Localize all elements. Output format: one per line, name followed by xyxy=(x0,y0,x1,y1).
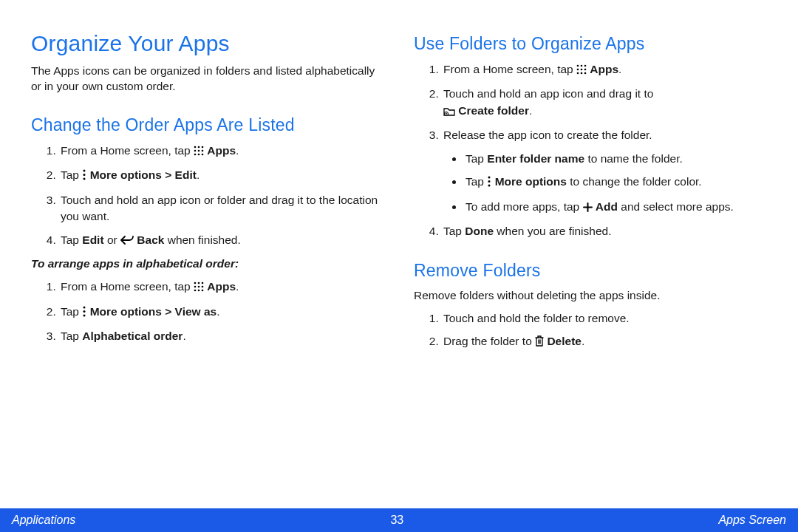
svg-point-7 xyxy=(198,154,200,156)
bold-text: Enter folder name xyxy=(487,152,584,165)
svg-point-21 xyxy=(83,306,86,308)
plus-icon xyxy=(583,200,593,216)
left-column: Organize Your Apps The Apps icons can be… xyxy=(31,31,384,502)
list-item: From a Home screen, tap Apps. xyxy=(442,61,767,79)
text: Tap xyxy=(61,305,82,318)
text: when finished. xyxy=(164,233,240,246)
svg-point-8 xyxy=(202,154,204,156)
svg-point-14 xyxy=(202,282,204,284)
page-title: Organize Your Apps xyxy=(31,31,384,56)
period: . xyxy=(236,280,239,293)
period: . xyxy=(582,335,584,347)
svg-point-36 xyxy=(488,185,491,187)
period: . xyxy=(529,104,532,117)
bold-text: More options > View as xyxy=(90,305,217,318)
text: Tap xyxy=(61,233,82,246)
svg-point-19 xyxy=(198,290,200,292)
use-folders-steps: From a Home screen, tap Apps. Touch and … xyxy=(414,61,767,240)
svg-point-4 xyxy=(198,150,200,152)
text: Release the app icon to create the folde… xyxy=(443,129,652,141)
svg-point-27 xyxy=(577,69,579,71)
text: Touch and hold an app icon and drag it t… xyxy=(443,87,653,100)
section-use-folders: Use Folders to Organize Apps xyxy=(414,34,767,54)
list-item: Tap More options > Edit. xyxy=(59,167,384,185)
text: Tap xyxy=(61,330,82,342)
svg-point-9 xyxy=(83,170,86,172)
svg-point-34 xyxy=(488,177,491,179)
text: Tap xyxy=(61,168,82,181)
remove-folders-steps: Touch and hold the folder to remove. Dra… xyxy=(414,310,767,352)
list-item: Tap Alphabetical order. xyxy=(59,328,384,344)
list-item: From a Home screen, tap Apps. xyxy=(59,279,384,296)
text: Tap xyxy=(443,225,465,237)
list-item: Touch and hold an app icon or folder and… xyxy=(59,192,384,225)
text: From a Home screen, tap xyxy=(61,280,194,293)
svg-point-3 xyxy=(194,150,197,152)
bold-text: Done xyxy=(465,225,494,237)
svg-point-11 xyxy=(83,178,86,180)
text: when you are finished. xyxy=(494,225,611,237)
period: . xyxy=(216,305,219,318)
list-item: Tap Edit or Back when finished. xyxy=(59,232,384,250)
text: or xyxy=(104,233,120,246)
svg-point-32 xyxy=(584,72,587,75)
list-item: Touch and hold an app icon and drag it t… xyxy=(442,86,767,120)
svg-point-2 xyxy=(202,146,204,149)
bold-text: Edit xyxy=(82,233,103,246)
alpha-steps: From a Home screen, tap Apps. Tap More o… xyxy=(31,279,384,344)
list-item: Touch and hold the folder to remove. xyxy=(442,310,767,327)
more-options-icon xyxy=(82,168,86,185)
svg-point-25 xyxy=(581,65,583,67)
bold-text: Apps xyxy=(590,63,618,75)
svg-point-13 xyxy=(198,282,200,284)
svg-point-1 xyxy=(198,146,200,149)
text: and select more apps. xyxy=(618,200,734,213)
bold-text: More options xyxy=(495,175,567,188)
period: . xyxy=(197,168,200,181)
text: To add more apps, tap xyxy=(466,200,583,213)
bold-text: Delete xyxy=(547,335,582,347)
text: Tap xyxy=(466,175,487,188)
svg-point-35 xyxy=(488,180,491,183)
svg-point-31 xyxy=(581,72,583,75)
svg-point-12 xyxy=(194,282,197,284)
svg-point-16 xyxy=(198,286,200,288)
period: . xyxy=(236,144,239,157)
list-item: Release the app icon to create the folde… xyxy=(442,127,767,216)
list-item: From a Home screen, tap Apps. xyxy=(59,143,384,160)
list-item: Tap More options > View as. xyxy=(59,304,384,321)
bold-text: Back xyxy=(137,233,164,246)
section-change-order: Change the Order Apps Are Listed xyxy=(31,115,384,135)
svg-point-18 xyxy=(194,290,197,292)
apps-grid-icon xyxy=(194,144,204,160)
delete-trash-icon xyxy=(535,335,544,351)
text: From a Home screen, tap xyxy=(443,63,576,75)
svg-point-20 xyxy=(202,290,204,292)
bold-text: Apps xyxy=(207,280,236,293)
right-column: Use Folders to Organize Apps From a Home… xyxy=(414,31,767,502)
svg-point-22 xyxy=(83,310,86,313)
more-options-icon xyxy=(82,305,86,321)
list-item: Tap Enter folder name to name the folder… xyxy=(464,151,767,167)
page-footer: Applications 33 Apps Screen xyxy=(0,508,798,532)
svg-point-6 xyxy=(194,154,197,156)
svg-point-30 xyxy=(577,72,579,75)
apps-grid-icon xyxy=(576,63,587,79)
list-item: Drag the folder to Delete. xyxy=(442,333,767,351)
remove-intro: Remove folders without deleting the apps… xyxy=(414,288,767,304)
apps-grid-icon xyxy=(194,280,204,296)
list-item: Tap Done when you are finished. xyxy=(442,223,767,239)
footer-left: Applications xyxy=(12,514,75,527)
text: Tap xyxy=(466,152,487,165)
sub-bullets: Tap Enter folder name to name the folder… xyxy=(443,151,767,216)
svg-point-10 xyxy=(83,174,86,176)
bold-text: Create folder xyxy=(458,104,529,117)
create-folder-icon xyxy=(443,104,455,120)
change-order-steps: From a Home screen, tap Apps. Tap More o… xyxy=(31,143,384,250)
text: Drag the folder to xyxy=(443,335,535,347)
text: From a Home screen, tap xyxy=(61,144,194,157)
svg-point-0 xyxy=(194,146,197,149)
list-item: To add more apps, tap Add and select mor… xyxy=(464,199,767,216)
svg-point-15 xyxy=(194,286,197,288)
section-remove-folders: Remove Folders xyxy=(414,261,767,281)
